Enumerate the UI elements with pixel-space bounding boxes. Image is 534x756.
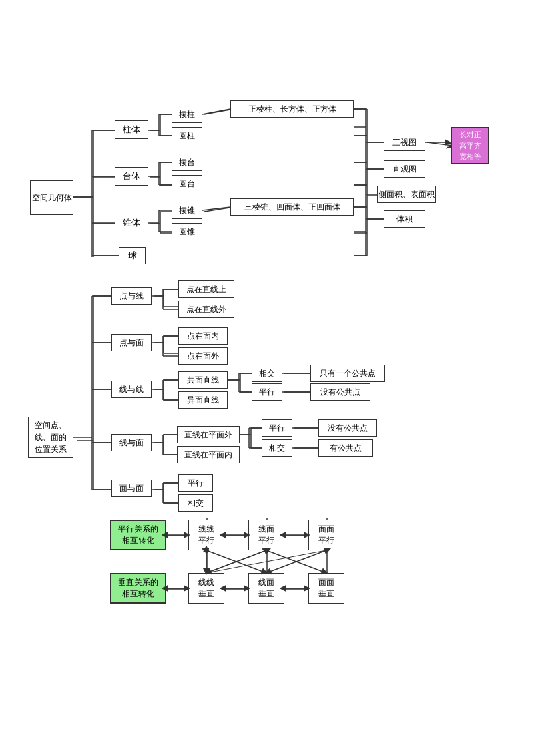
- zheng-leng-zhu-node: 正棱柱、长方体、正方体: [230, 100, 354, 118]
- xian-yu-mian-node: 线与面: [111, 434, 152, 451]
- svg-line-174: [266, 550, 326, 573]
- svg-line-32: [427, 142, 453, 146]
- dian-zai-zhixian-wai-node: 点在直线外: [178, 301, 234, 318]
- xiang-jiao2-node: 相交: [262, 439, 292, 457]
- xian-mian-ping-xing-node: 线面平行: [248, 520, 284, 550]
- xian-xian-ping-xing-node: 线线平行: [188, 520, 224, 550]
- mian-ping-xing-node: 平行: [178, 474, 213, 492]
- ping-xing-zhuanhua-node: 平行关系的相互转化: [110, 520, 166, 550]
- svg-line-173: [266, 550, 326, 573]
- xian-yu-xian-node: 线与线: [111, 381, 152, 398]
- space-solid-node: 空间几何体: [30, 180, 73, 215]
- ping-xing1-node: 平行: [252, 383, 282, 401]
- ping-xing2-node: 平行: [262, 419, 292, 437]
- diagram: 空间几何体 柱体 台体 锥体 球 棱柱 圆柱 棱台 圆台: [13, 33, 521, 634]
- zhu-ti-node: 柱体: [115, 120, 148, 139]
- zhi-guan-tu-node: 直观图: [384, 160, 425, 178]
- svg-line-109: [202, 207, 230, 210]
- gong-mian-zhixian-node: 共面直线: [178, 371, 228, 389]
- dian-zai-mian-nei-node: 点在面内: [178, 327, 228, 345]
- xian-mian-chui-zhi-node: 线面垂直: [248, 573, 284, 604]
- ce-mian-ji-node: 侧面积、表面积: [377, 186, 436, 203]
- chang-dui-zheng-node: 长对正高平齐宽相等: [451, 127, 489, 164]
- svg-line-172: [206, 550, 266, 573]
- svg-line-170: [206, 550, 266, 573]
- zhi-xian-zai-mian-wai-node: 直线在平面外: [177, 426, 240, 443]
- leng-zhui-node: 棱锥: [172, 202, 202, 219]
- yi-mian-zhixian-node: 异面直线: [178, 391, 228, 409]
- svg-line-18: [204, 109, 234, 114]
- yuan-tai-node: 圆台: [172, 175, 202, 192]
- qiu-node: 球: [119, 247, 146, 264]
- svg-line-171: [206, 550, 326, 573]
- zhi-xian-zai-mian-nei-node: 直线在平面内: [177, 446, 240, 463]
- svg-line-175: [206, 550, 266, 573]
- leng-zhui-types-node: 三棱锥、四面体、正四面体: [230, 198, 354, 216]
- zhi-you-yi-gong-gong-dian-node: 只有一个公共点: [310, 365, 385, 382]
- dian-zai-mian-wai-node: 点在面外: [178, 347, 228, 365]
- mian-mian-chui-zhi-node: 面面垂直: [308, 573, 344, 604]
- xian-xian-chui-zhi-node: 线线垂直: [188, 573, 224, 604]
- space-pos-node: 空间点、线、面的位置关系: [28, 417, 73, 458]
- san-shi-tu-node: 三视图: [384, 134, 425, 151]
- svg-line-19: [204, 207, 234, 212]
- leng-tai-node: 棱台: [172, 154, 202, 171]
- yuan-zhui-node: 圆锥: [172, 223, 202, 240]
- chui-zhi-zhuanhua-node: 垂直关系的相互转化: [110, 573, 166, 604]
- mian-yu-mian-node: 面与面: [111, 480, 152, 497]
- you-gong-gong-dian-node: 有公共点: [318, 439, 373, 457]
- dian-yu-mian-node: 点与面: [111, 334, 152, 351]
- leng-zhu-node: 棱柱: [172, 106, 202, 123]
- ti-ji-node: 体积: [384, 210, 425, 228]
- tai-ti-node: 台体: [115, 167, 148, 186]
- yuan-zhu-node: 圆柱: [172, 127, 202, 144]
- mian-mian-ping-xing-node: 面面平行: [308, 520, 344, 550]
- xiang-jiao-node: 相交: [252, 365, 282, 382]
- mei-you-gong-gong-dian2-node: 没有公共点: [318, 419, 377, 437]
- page: 空间几何体 柱体 台体 锥体 球 棱柱 圆柱 棱台 圆台: [0, 0, 534, 756]
- dian-zai-zhixian-shang-node: 点在直线上: [178, 280, 234, 298]
- dian-yu-xian-node: 点与线: [111, 287, 152, 305]
- mei-you-gong-gong-dian1-node: 没有公共点: [310, 383, 370, 401]
- zhui-ti-node: 锥体: [115, 214, 148, 232]
- mian-xiang-jiao-node: 相交: [178, 494, 213, 512]
- svg-line-108: [202, 109, 230, 114]
